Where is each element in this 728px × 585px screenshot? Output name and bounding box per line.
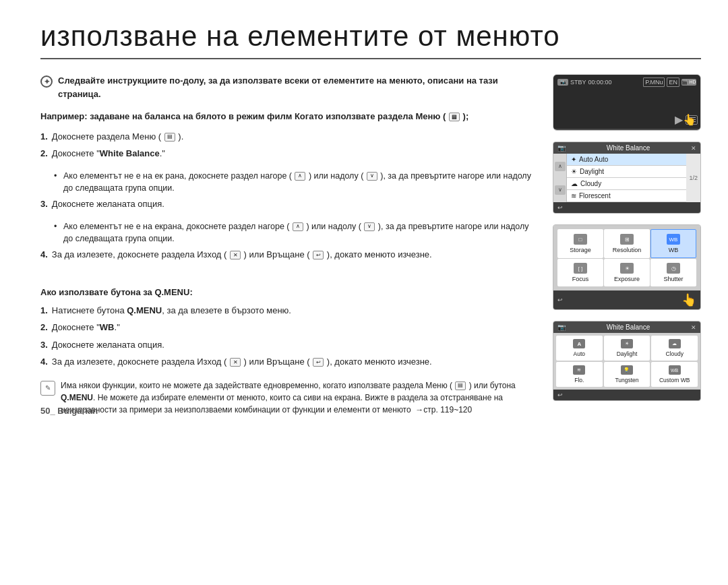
- camera-status-left: 📷 STBY 00:00:00: [557, 78, 612, 87]
- example-heading-text: Например: задаване на баланса на бялото …: [40, 111, 468, 121]
- wb-cam-icon: 📷: [557, 144, 566, 152]
- wb-panel-title: White Balance: [607, 144, 650, 152]
- wb-grid-item-tungsten[interactable]: 💡 Tungsten: [604, 362, 650, 387]
- qmenu-item-exposure[interactable]: ☀ Exposure: [604, 259, 650, 286]
- step-2-text: Докоснете "White Balance.": [52, 147, 165, 160]
- wb-item-florescent[interactable]: ≋ Florescent: [567, 190, 686, 202]
- wb-down-btn[interactable]: ∨: [555, 185, 566, 195]
- intro-icon: ✦: [40, 75, 53, 88]
- main-steps-list-3: 4. За да излезете, докоснете раздела Изх…: [40, 248, 539, 261]
- bullet-1-item-1: Ако елементът не е на ек рана, докоснете…: [54, 170, 539, 195]
- wb-back-icon: ↩: [557, 204, 563, 211]
- storage-icon: □: [574, 234, 587, 245]
- qmenu-step-1: 1. Натиснете бутона Q.MENU, за да влезет…: [40, 304, 539, 317]
- qmenu-back-icon: ↩: [557, 297, 563, 303]
- wb-grid-tungsten-label: Tungsten: [615, 377, 638, 383]
- wb-items-col: ✦ Auto Auto ☀ Daylight ☁ Cloudy ≋: [567, 154, 686, 202]
- note-text: Има някои функции, които не можете да за…: [61, 379, 539, 416]
- wb-grid-close-icon[interactable]: ✕: [691, 324, 696, 331]
- wb-grid-item-cloudy[interactable]: ☁ Cloudy: [651, 336, 698, 361]
- white-balance-list-panel: 📷 White Balance ✕ ∧ ∨ ✦ Auto Auto: [553, 142, 701, 214]
- qmenu-resolution-label: Resolution: [613, 247, 642, 253]
- qmenu-shutter-label: Shutter: [663, 276, 683, 282]
- bullet-2-item-1: Ако елементът не е на екрана, докоснете …: [54, 220, 539, 246]
- qmenu-focus-label: Focus: [572, 276, 589, 282]
- wb-grid-flo-label: Flo.: [574, 377, 584, 383]
- wb-up-btn[interactable]: ∧: [555, 162, 566, 171]
- qmenu-step-4: 4. За да излезете, докоснете раздела Изх…: [40, 355, 539, 369]
- qmenu-back-btn[interactable]: ↩ 👆: [553, 290, 700, 309]
- wb-grid-item-custom[interactable]: WB Custom WB: [651, 362, 698, 387]
- qmenu-item-storage[interactable]: □ Storage: [557, 229, 603, 258]
- wb-item-cloudy-icon: ☁: [571, 180, 578, 187]
- step-1-num: 1.: [40, 130, 48, 144]
- qmenu-step-1-text: Натиснете бутона Q.MENU, за да влезете в…: [52, 304, 291, 317]
- qmenu-wb-label: WB: [669, 247, 679, 253]
- qmenu-item-focus[interactable]: [ ] Focus: [557, 259, 603, 286]
- main-steps-list-2: 3. Докоснете желаната опция.: [40, 197, 539, 211]
- wb-grid-items: A Auto ☀ Daylight ☁ Cloudy ≋ Flo.: [553, 333, 700, 390]
- wb-close-icon[interactable]: ✕: [691, 145, 696, 152]
- wb-grid-daylight-label: Daylight: [617, 350, 638, 357]
- pmnu-label: P.MNu: [643, 78, 665, 87]
- wb-item-cloudy[interactable]: ☁ Cloudy: [567, 178, 686, 190]
- wb-grid-item-flo[interactable]: ≋ Flo.: [556, 362, 603, 387]
- wb-grid-back-btn[interactable]: ↩: [553, 390, 700, 400]
- qmenu-heading: Ако използвате бутона за Q.MENU:: [40, 287, 539, 297]
- down-icon-2: ∨: [364, 222, 375, 231]
- camera-viewfinder: 📷 STBY 00:00:00 P.MNu EN 🎬 HD ▶: [553, 75, 700, 129]
- step-1: 1. Докоснете раздела Меню ( ▤ ).: [40, 130, 539, 144]
- menu-icon: ▤: [449, 113, 460, 121]
- wb-item-cloudy-label: Cloudy: [580, 180, 601, 187]
- wb-item-daylight[interactable]: ☀ Daylight: [567, 166, 686, 178]
- up-icon-1: ∧: [295, 172, 305, 181]
- qmenu-exposure-label: Exposure: [614, 276, 640, 282]
- wb-grid-custom-label: Custom WB: [659, 377, 690, 383]
- wb-grid-panel: 📷 White Balance ✕ A Auto ☀ Daylight ☁: [553, 321, 701, 401]
- wb-grid-flo-icon: ≋: [573, 365, 585, 375]
- qmenu-step-1-num: 1.: [40, 304, 48, 317]
- step-3-text: Докоснете желаната опция.: [52, 197, 164, 211]
- qmenu-step-2: 2. Докоснете "WB.": [40, 321, 539, 334]
- stby-label: STBY: [570, 79, 586, 86]
- qmenu-item-shutter[interactable]: ◷ Shutter: [650, 259, 696, 286]
- qmenu-item-resolution[interactable]: ⊞ Resolution: [604, 229, 650, 258]
- wb-item-florescent-label: Florescent: [579, 192, 611, 199]
- camera-status-right: P.MNu EN 🎬 HD: [643, 78, 696, 87]
- play-icon: ▶: [675, 113, 683, 126]
- step-4-num: 4.: [40, 248, 48, 261]
- wb-item-auto[interactable]: ✦ Auto Auto: [567, 154, 686, 166]
- camera-top-bar: 📷 STBY 00:00:00 P.MNu EN 🎬 HD: [553, 78, 700, 87]
- note-box: ✎ Има някои функции, които не можете да …: [40, 379, 539, 416]
- step-4-text: За да излезете, докоснете раздела Изход …: [52, 248, 432, 261]
- shutter-icon: ◷: [667, 263, 680, 274]
- resolution-icon: ⊞: [620, 234, 634, 245]
- wb-back-btn[interactable]: ↩: [553, 202, 700, 213]
- bullet-list-1: Ако елементът не е на ек рана, докоснете…: [54, 170, 539, 195]
- qmenu-steps-list: 1. Натиснете бутона Q.MENU, за да влезет…: [40, 304, 539, 369]
- note-menu-icon: ▤: [455, 381, 466, 390]
- wb-page-indicator: 1/2: [689, 175, 698, 181]
- wb-grid-item-auto[interactable]: A Auto: [556, 336, 603, 361]
- back-icon-2: ↩: [313, 358, 324, 367]
- note-icon: ✎: [40, 381, 55, 396]
- step-2: 2. Докоснете "White Balance.": [40, 147, 539, 160]
- wb-item-daylight-label: Daylight: [580, 168, 604, 175]
- wb-nav-col: ∧ ∨: [553, 154, 567, 202]
- wb-content-row: ∧ ∨ ✦ Auto Auto ☀ Daylight ☁: [553, 154, 700, 202]
- wb-page-col: 1/2: [686, 154, 700, 202]
- down-icon-1: ∨: [367, 172, 377, 181]
- main-steps-list: 1. Докоснете раздела Меню ( ▤ ). 2. Доко…: [40, 130, 539, 160]
- wb-grid-back-icon: ↩: [557, 392, 563, 398]
- wb-grid-daylight-icon: ☀: [621, 339, 633, 348]
- hand-cursor-1: 👆: [683, 113, 696, 126]
- bullet-list-2: Ако елементът не е на екрана, докоснете …: [54, 220, 539, 246]
- step-4: 4. За да излезете, докоснете раздела Изх…: [40, 248, 539, 261]
- wb-icon: WB: [667, 234, 680, 245]
- focus-icon: [ ]: [574, 263, 587, 274]
- qmenu-item-wb[interactable]: WB WB: [650, 229, 696, 258]
- right-column: 📷 STBY 00:00:00 P.MNu EN 🎬 HD ▶: [553, 74, 701, 416]
- exposure-icon: ☀: [620, 263, 634, 274]
- wb-grid-item-daylight[interactable]: ☀ Daylight: [604, 336, 650, 361]
- exit-icon-1: ✕: [230, 251, 241, 259]
